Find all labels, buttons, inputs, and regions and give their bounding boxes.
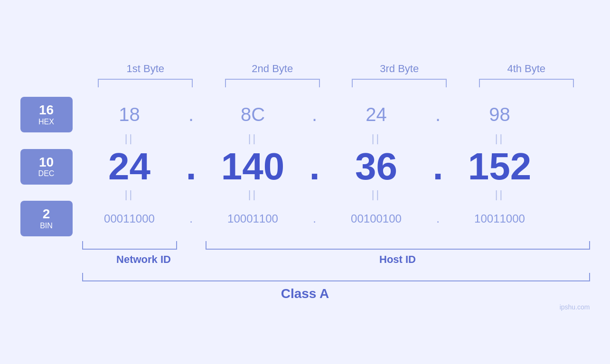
bracket-byte4: [479, 79, 574, 87]
main-container: 1st Byte 2nd Byte 3rd Byte 4th Byte 16 H…: [20, 63, 590, 301]
dec-b4: 152: [452, 145, 547, 188]
hex-dot1: .: [177, 104, 206, 125]
bin-b1: 00011000: [82, 212, 177, 225]
hex-badge: 16 HEX: [20, 97, 73, 132]
eq1-b4: ||: [452, 132, 547, 145]
bottom-section: Network ID Host ID: [82, 241, 590, 266]
byte-headers: 1st Byte 2nd Byte 3rd Byte 4th Byte: [82, 63, 590, 75]
dec-values: 24 . 140 . 36 . 152: [82, 145, 590, 188]
class-section: Class A: [20, 273, 590, 301]
dec-row: 10 DEC 24 . 140 . 36 . 152: [20, 145, 590, 188]
bin-dot1: .: [177, 212, 206, 225]
bracket-byte3: [352, 79, 447, 87]
byte3-header: 3rd Byte: [352, 63, 447, 75]
bracket-byte2: [225, 79, 320, 87]
dec-b1: 24: [82, 145, 177, 188]
nh-labels: Network ID Host ID: [82, 253, 590, 266]
class-label: Class A: [20, 286, 590, 301]
eq2-b4: ||: [452, 188, 547, 201]
byte4-header: 4th Byte: [479, 63, 574, 75]
hex-b2: 8C: [206, 104, 300, 125]
bin-b2: 10001100: [206, 212, 300, 225]
equals-dec-bin: || || || ||: [82, 188, 590, 201]
eq2-b3: ||: [329, 188, 424, 201]
dec-badge: 10 DEC: [20, 149, 73, 185]
dec-b2: 140: [206, 145, 300, 188]
hex-dot2: .: [300, 104, 329, 125]
eq1-b1: ||: [82, 132, 177, 145]
hex-b1: 18: [82, 104, 177, 125]
host-bracket: [206, 241, 590, 250]
hex-b4: 98: [452, 104, 547, 125]
bracket-byte1: [98, 79, 193, 87]
bin-row: 2 BIN 00011000 . 10001100 . 00100100 . 1…: [20, 201, 590, 236]
bin-badge: 2 BIN: [20, 201, 73, 236]
dec-dot1: .: [177, 145, 206, 188]
bin-values: 00011000 . 10001100 . 00100100 . 1001100…: [82, 212, 590, 225]
bin-base-num: 2: [43, 207, 50, 222]
bin-dot2: .: [300, 212, 329, 225]
hex-values: 18 . 8C . 24 . 98: [82, 104, 590, 125]
hex-b3: 24: [329, 104, 424, 125]
bin-b4: 10011000: [452, 212, 547, 225]
dec-b3: 36: [329, 145, 424, 188]
class-bracket: [82, 273, 590, 281]
bin-dot3: .: [424, 212, 452, 225]
eq1-b3: ||: [329, 132, 424, 145]
watermark: ipshu.com: [560, 303, 590, 311]
byte2-header: 2nd Byte: [225, 63, 320, 75]
byte1-header: 1st Byte: [98, 63, 193, 75]
dec-dot2: .: [300, 145, 329, 188]
dec-dot3: .: [424, 145, 452, 188]
eq1-b2: ||: [206, 132, 300, 145]
host-id-label: Host ID: [206, 253, 590, 266]
hex-row: 16 HEX 18 . 8C . 24 . 98: [20, 97, 590, 132]
dec-base-num: 10: [39, 155, 54, 170]
eq2-b1: ||: [82, 188, 177, 201]
network-id-label: Network ID: [82, 253, 206, 266]
bin-base-label: BIN: [40, 222, 53, 230]
equals-hex-dec: || || || ||: [82, 132, 590, 145]
eq2-b2: ||: [206, 188, 300, 201]
hex-dot3: .: [424, 104, 452, 125]
network-bracket: [82, 241, 177, 250]
dec-base-label: DEC: [38, 169, 55, 178]
nh-brackets: [82, 241, 590, 250]
hex-base-label: HEX: [38, 118, 54, 126]
bin-b3: 00100100: [329, 212, 424, 225]
hex-base-num: 16: [39, 103, 54, 118]
top-brackets: [82, 79, 590, 87]
